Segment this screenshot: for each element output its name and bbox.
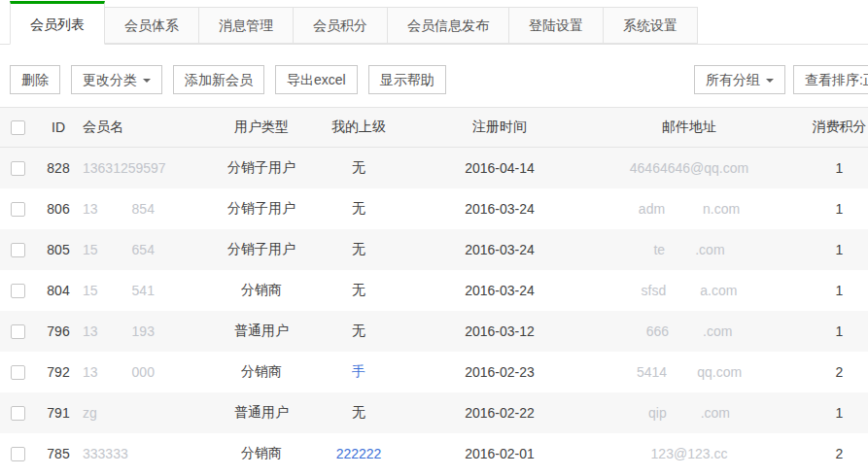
member-table: ID 会员名 用户类型 我的上级 注册时间 邮件地址 消费积分 828 1363…	[0, 107, 868, 474]
email-cell: 123@123.cc	[587, 446, 811, 461]
points-cell: 1	[811, 160, 868, 176]
add-member-button[interactable]: 添加新会员	[173, 65, 264, 94]
chevron-down-icon	[766, 79, 774, 83]
user-type-cell: 分销子用户	[218, 159, 305, 177]
user-type-cell: 普通用户	[218, 323, 305, 340]
email-cell: 46464646@qq.com	[587, 160, 811, 176]
row-checkbox-cell	[0, 284, 35, 298]
upline-cell: 手	[305, 363, 412, 381]
row-checkbox[interactable]	[11, 284, 25, 298]
header-checkbox-cell	[0, 120, 35, 135]
register-date-cell: 2016-02-23	[412, 364, 587, 380]
member-name-cell: 15 541	[82, 283, 218, 298]
row-checkbox[interactable]	[11, 406, 25, 421]
button-label: 更改分类	[83, 72, 137, 87]
register-date-cell: 2016-02-22	[412, 405, 587, 421]
member-name-cell: 13 193	[82, 323, 218, 339]
row-checkbox[interactable]	[11, 365, 25, 380]
tab-member-system[interactable]: 会员体系	[104, 7, 199, 44]
tab-label: 会员体系	[124, 17, 179, 33]
table-row: 804 15 541 分销商 无 2016-03-24 sfsd a.com 1	[0, 270, 868, 311]
col-header-register-date: 注册时间	[412, 119, 587, 136]
table-header: ID 会员名 用户类型 我的上级 注册时间 邮件地址 消费积分	[0, 107, 868, 148]
member-name-cell: zg	[82, 405, 218, 421]
row-checkbox[interactable]	[11, 447, 25, 461]
member-name-cell: 333333	[82, 446, 218, 461]
row-checkbox[interactable]	[11, 324, 25, 339]
col-header-upline: 我的上级	[305, 119, 412, 136]
chevron-down-icon	[143, 79, 151, 83]
upline-value: 无	[352, 241, 365, 256]
table-row: 791 zg 普通用户 无 2016-02-22 qip .com 1	[0, 392, 868, 433]
register-date-cell: 2016-03-24	[412, 242, 587, 257]
user-type-cell: 分销子用户	[218, 200, 305, 218]
export-excel-button[interactable]: 导出excel	[275, 65, 358, 94]
table-row: 792 13 000 分销商 手 2016-02-23 5414 qq.com …	[0, 352, 868, 392]
sort-order-button[interactable]: 查看排序:正常排序	[793, 65, 868, 94]
email-cell: 5414 qq.com	[587, 364, 811, 380]
button-label: 添加新会员	[185, 72, 253, 87]
table-row: 828 13631259597 分销子用户 无 2016-04-14 46464…	[0, 148, 868, 188]
row-checkbox[interactable]	[11, 243, 25, 257]
upline-value[interactable]: 手	[352, 363, 365, 379]
member-id-cell: 804	[35, 283, 82, 298]
show-help-button[interactable]: 显示帮助	[368, 65, 446, 94]
points-cell: 2	[811, 446, 868, 461]
user-type-cell: 分销商	[218, 445, 305, 462]
upline-cell: 无	[305, 282, 412, 299]
register-date-cell: 2016-03-24	[412, 201, 587, 217]
upline-cell: 222222	[305, 446, 412, 461]
row-checkbox[interactable]	[11, 161, 25, 176]
delete-button[interactable]: 删除	[10, 65, 60, 94]
tab-member-info-publish[interactable]: 会员信息发布	[387, 7, 509, 44]
upline-cell: 无	[305, 404, 412, 422]
row-checkbox-cell	[0, 406, 35, 421]
tab-login-settings[interactable]: 登陆设置	[508, 7, 604, 44]
points-cell: 1	[811, 242, 868, 257]
tab-message-management[interactable]: 消息管理	[198, 7, 294, 44]
member-admin-page: 会员列表 会员体系 消息管理 会员积分 会员信息发布 登陆设置 系统设置	[0, 0, 868, 476]
tab-member-points[interactable]: 会员积分	[293, 7, 388, 44]
col-header-email: 邮件地址	[587, 119, 811, 136]
user-type-cell: 普通用户	[218, 404, 305, 422]
upline-value: 无	[352, 404, 365, 420]
row-checkbox-cell	[0, 161, 35, 176]
tab-system-settings[interactable]: 系统设置	[603, 7, 698, 44]
select-all-checkbox[interactable]	[11, 120, 25, 135]
member-id-cell: 785	[35, 446, 82, 461]
user-type-cell: 分销商	[218, 363, 305, 381]
row-checkbox-cell	[0, 447, 35, 461]
toolbar: 删除 更改分类 添加新会员 导出excel 显示帮助	[0, 45, 868, 107]
upline-value: 无	[352, 159, 365, 175]
points-cell: 1	[811, 323, 868, 339]
button-label: 显示帮助	[380, 72, 434, 87]
toolbar-right-group: 所有分组 查看排序:正常排序	[694, 65, 868, 94]
tab-member-list[interactable]: 会员列表	[10, 1, 105, 45]
row-checkbox[interactable]	[11, 202, 25, 217]
table-row: 785 333333 分销商 222222 2016-02-01 123@123…	[0, 433, 868, 474]
member-id-cell: 791	[35, 405, 82, 421]
member-name-cell: 15 654	[82, 242, 218, 257]
member-name-cell: 13 854	[82, 201, 218, 217]
register-date-cell: 2016-03-12	[412, 323, 587, 339]
member-name-cell: 13 000	[82, 364, 218, 380]
member-id-cell: 806	[35, 201, 82, 217]
points-cell: 1	[811, 405, 868, 421]
tab-label: 会员信息发布	[407, 17, 489, 33]
row-checkbox-cell	[0, 324, 35, 339]
upline-value[interactable]: 222222	[336, 446, 382, 461]
member-id-cell: 828	[35, 160, 82, 176]
table-row: 796 13 193 普通用户 无 2016-03-12 666 .com 1	[0, 311, 868, 352]
col-header-id: ID	[35, 119, 82, 135]
upline-cell: 无	[305, 159, 412, 177]
change-category-dropdown[interactable]: 更改分类	[71, 65, 162, 94]
all-groups-dropdown[interactable]: 所有分组	[694, 65, 785, 94]
upline-cell: 无	[305, 200, 412, 218]
table-row: 805 15 654 分销子用户 无 2016-03-24 te .com 1	[0, 229, 868, 270]
button-label: 查看排序:正常排序	[805, 72, 868, 87]
points-cell: 1	[811, 201, 868, 217]
member-id-cell: 796	[35, 323, 82, 339]
upline-value: 无	[352, 200, 365, 216]
email-cell: 666 .com	[587, 323, 811, 339]
user-type-cell: 分销子用户	[218, 241, 305, 258]
